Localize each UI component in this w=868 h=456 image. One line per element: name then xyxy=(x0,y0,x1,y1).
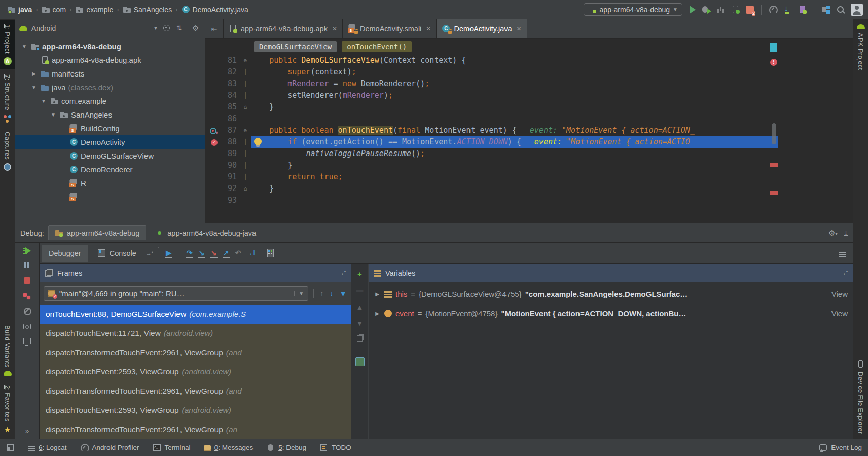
code-area[interactable]: 81⊖ public DemoGLSurfaceView(Context con… xyxy=(205,55,853,223)
stack-frame[interactable]: dispatchTouchEvent:2593, ViewGroup(andro… xyxy=(40,401,351,420)
hide-panel-icon[interactable]: ⇤ xyxy=(205,19,224,38)
tab-console[interactable]: Console xyxy=(90,244,143,262)
tree-item-demoglsurfaceview[interactable]: CDemoGLSurfaceView xyxy=(15,149,205,163)
line-number[interactable]: 82 xyxy=(223,66,240,78)
breadcrumb-item[interactable]: example xyxy=(73,4,115,15)
expander-icon[interactable]: ▶ xyxy=(374,291,381,297)
code-line-82[interactable]: 82│ super(context); xyxy=(205,66,778,78)
previous-frame-icon[interactable]: ↑ xyxy=(320,289,323,297)
search-everywhere-icon[interactable] xyxy=(836,5,845,14)
tree-item-manifests[interactable]: ▶manifests xyxy=(15,67,205,81)
stack-frame[interactable]: dispatchTransformedTouchEvent:2961, View… xyxy=(40,420,351,439)
profile-icon[interactable] xyxy=(716,5,725,14)
tree-expander-icon[interactable]: ▼ xyxy=(30,85,38,90)
fold-marker-icon[interactable]: │ xyxy=(240,136,251,148)
stripe-button-2-favorites[interactable]: 2: Favorites★ xyxy=(0,381,15,438)
error-mark[interactable] xyxy=(770,163,778,167)
filter-frames-icon[interactable]: ▼ xyxy=(339,289,347,298)
code-line-83[interactable]: 83│ mRenderer = new DemoRenderer(); xyxy=(205,78,778,90)
tree-expander-icon[interactable]: ▼ xyxy=(40,98,48,104)
breakpoint-icon[interactable]: ✓ xyxy=(211,139,218,146)
remove-watch-icon[interactable]: — xyxy=(356,287,364,295)
tree-item[interactable]: S xyxy=(15,190,205,204)
fold-marker-icon[interactable]: │ xyxy=(240,148,251,160)
close-icon[interactable]: ✕ xyxy=(517,25,522,32)
debug-icon[interactable] xyxy=(702,5,710,14)
restore-layout-icon[interactable] xyxy=(23,337,31,346)
line-number[interactable]: 90 xyxy=(223,160,240,171)
mute-breakpoints-icon[interactable] xyxy=(23,307,31,315)
fold-marker-icon[interactable]: ⌂ xyxy=(240,183,251,195)
run-config-selector[interactable]: app-arm64-v8a-debug ▼ xyxy=(584,3,682,16)
code-line-93[interactable]: 93 xyxy=(205,195,778,206)
stack-frame[interactable]: onTouchEvent:88, DemoGLSurfaceView(com.e… xyxy=(40,305,351,324)
move-watch-up-icon[interactable]: ▲ xyxy=(356,303,364,311)
intention-bulb-icon[interactable] xyxy=(254,138,262,145)
tree-expander-icon[interactable]: ▼ xyxy=(49,112,57,118)
show-execution-point-icon[interactable]: ▶ xyxy=(164,248,174,258)
tab-debugger[interactable]: Debugger xyxy=(42,245,88,262)
attach-debugger-icon[interactable] xyxy=(731,5,740,14)
stripe-button-build-variants[interactable]: Build Variants xyxy=(0,321,15,380)
fold-marker-icon[interactable]: │ xyxy=(240,160,251,171)
close-icon[interactable]: ✕ xyxy=(426,25,431,32)
tree-item-r[interactable]: SR xyxy=(15,176,205,190)
statusbar-item-android-profiler[interactable]: Android Profiler xyxy=(80,443,139,452)
code-line-90[interactable]: 90│ } xyxy=(205,160,778,171)
error-mark[interactable] xyxy=(770,191,778,195)
stack-frame[interactable]: dispatchTouchEvent:11721, View(android.v… xyxy=(40,324,351,343)
tree-expander-icon[interactable]: ▼ xyxy=(20,44,28,49)
expander-icon[interactable]: ▶ xyxy=(374,311,381,316)
layout-settings-icon[interactable] xyxy=(839,249,846,257)
settings-gear-icon[interactable]: ⚙▾ xyxy=(828,229,837,237)
step-into-icon[interactable]: ↘ xyxy=(197,248,207,258)
statusbar-item-terminal[interactable]: Terminal xyxy=(153,443,191,452)
stripe-button-apk-project[interactable]: APK Project xyxy=(853,20,868,74)
errors-indicator-icon[interactable]: ! xyxy=(770,59,777,66)
view-link[interactable]: View xyxy=(831,309,848,318)
code-line-91[interactable]: 91│ return true; xyxy=(205,171,778,183)
breadcrumb-item[interactable]: java xyxy=(5,4,34,15)
editor-tab-demoactivity-java[interactable]: CDemoActivity.java✕ xyxy=(437,19,527,38)
chevron-down-icon[interactable]: ▼ xyxy=(153,25,158,31)
line-number[interactable]: 93 xyxy=(223,195,240,206)
line-number[interactable]: 92 xyxy=(223,183,240,195)
breadcrumb-chip[interactable]: onTouchEvent() xyxy=(342,41,412,52)
statusbar-item-6-logcat[interactable]: 6: Logcat xyxy=(28,444,67,451)
move-watch-down-icon[interactable]: ▼ xyxy=(356,319,364,327)
resume-icon[interactable] xyxy=(25,247,31,254)
tree-item-com-example[interactable]: ▼com.example xyxy=(15,94,205,108)
view-breakpoints-icon[interactable] xyxy=(23,291,31,300)
line-number[interactable]: 83 xyxy=(223,78,240,90)
code-line-85[interactable]: 85⌂ } xyxy=(205,101,778,113)
breadcrumb-item[interactable]: CDemoActivity.java xyxy=(179,4,250,15)
editor-scrollbar[interactable] xyxy=(772,123,776,144)
line-number[interactable]: 86 xyxy=(223,113,240,125)
duplicate-watch-icon[interactable] xyxy=(357,335,363,342)
thread-selector[interactable]: ✓ "main"@4,669 in group "main": RU… ▼ xyxy=(44,286,308,301)
fold-marker-icon[interactable]: ⊖ xyxy=(240,55,251,66)
stripe-button-1-project[interactable]: 1: ProjectA xyxy=(0,20,15,69)
tree-item-buildconfig[interactable]: SBuildConfig xyxy=(15,122,205,135)
breadcrumb-item[interactable]: com xyxy=(40,4,68,15)
breadcrumb-item[interactable]: SanAngeles xyxy=(121,4,174,15)
fold-marker-icon[interactable]: │ xyxy=(240,171,251,183)
line-number[interactable]: 91 xyxy=(223,171,240,183)
line-number[interactable]: 87 xyxy=(223,125,240,136)
fold-marker-icon[interactable]: │ xyxy=(240,78,251,90)
code-line-92[interactable]: 92⌂ } xyxy=(205,183,778,195)
evaluate-expression-icon[interactable] xyxy=(266,249,275,257)
jump-to-console-icon[interactable]: → xyxy=(146,250,153,257)
debug-session-tab[interactable]: app-arm64-v8a-debug-java xyxy=(149,226,262,240)
debug-session-tab[interactable]: app-arm64-v8a-debug xyxy=(48,225,146,240)
step-over-icon[interactable]: ↷ xyxy=(185,248,195,258)
line-number[interactable]: 85 xyxy=(223,101,240,113)
run-to-cursor-icon[interactable]: →I xyxy=(245,248,256,258)
fold-marker-icon[interactable]: ⌂ xyxy=(240,101,251,113)
line-number[interactable]: 84 xyxy=(223,90,240,101)
more-actions-icon[interactable]: » xyxy=(25,427,29,435)
user-avatar[interactable] xyxy=(851,4,863,16)
stop-icon[interactable]: 2 xyxy=(746,6,754,14)
stack-frame[interactable]: dispatchTransformedTouchEvent:2961, View… xyxy=(40,343,351,362)
fold-marker-icon[interactable]: │ xyxy=(240,90,251,101)
